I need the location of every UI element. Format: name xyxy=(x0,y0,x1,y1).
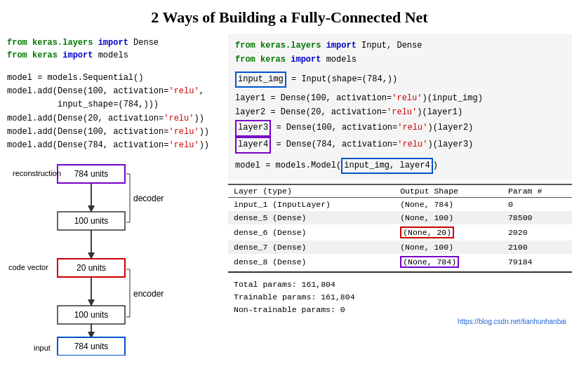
diagram-svg: 784 units 100 units 20 units 100 units xyxy=(7,159,221,356)
layer-name: dense_7 (Dense) xyxy=(228,241,394,254)
layer-name: input_1 (InputLayer) xyxy=(228,198,394,212)
col-shape: Output Shape xyxy=(394,184,503,198)
svg-text:decoder: decoder xyxy=(133,194,164,203)
layer-params: 78500 xyxy=(503,211,572,224)
layer-shape: (None, 784) xyxy=(394,254,503,270)
non-trainable-params: Non-trainable params: 0 xyxy=(234,304,572,316)
table-row: dense_8 (Dense) (None, 784) 79184 xyxy=(228,254,572,270)
svg-text:20 units: 20 units xyxy=(76,263,106,273)
layer3-box: layer3 xyxy=(235,120,271,137)
model-args-box: input_img, layer4 xyxy=(341,158,432,175)
left-code-imports: from keras.layers import Dense from kera… xyxy=(7,34,221,65)
layer-shape: (None, 784) xyxy=(394,198,503,212)
svg-text:reconstruction: reconstruction xyxy=(13,169,61,177)
svg-text:784 units: 784 units xyxy=(74,169,109,179)
svg-text:784 units: 784 units xyxy=(74,342,109,351)
table-row: dense_6 (Dense) (None, 20) 2020 xyxy=(228,224,572,241)
svg-text:encoder: encoder xyxy=(133,289,164,299)
layer-params: 2020 xyxy=(503,224,572,241)
layer-params: 79184 xyxy=(503,254,572,270)
layer-shape: (None, 100) xyxy=(394,211,503,224)
shape-highlight-purple: (None, 784) xyxy=(400,256,459,268)
left-panel: from keras.layers import Dense from kera… xyxy=(7,34,221,356)
svg-text:code vector: code vector xyxy=(8,263,48,271)
svg-text:100 units: 100 units xyxy=(74,310,109,320)
layer-name: dense_8 (Dense) xyxy=(228,254,394,270)
table-row: dense_7 (Dense) (None, 100) 2100 xyxy=(228,241,572,254)
layer-shape: (None, 100) xyxy=(394,241,503,254)
svg-text:input: input xyxy=(34,344,51,352)
layer-shape: (None, 20) xyxy=(394,224,503,241)
shape-highlight-red: (None, 20) xyxy=(400,227,454,238)
right-panel: from keras.layers import Input, Dense fr… xyxy=(228,34,572,356)
nn-diagram: 784 units 100 units 20 units 100 units xyxy=(7,159,221,356)
input-img-box: input_img xyxy=(235,72,286,88)
table-row: dense_5 (Dense) (None, 100) 78500 xyxy=(228,211,572,224)
table-summary-params: Total params: 161,804 Trainable params: … xyxy=(228,276,572,316)
svg-text:100 units: 100 units xyxy=(74,216,109,226)
import-line-2: from keras import models xyxy=(7,49,221,62)
layer4-box: layer4 xyxy=(235,137,271,154)
table-header-row: Layer (type) Output Shape Param # xyxy=(228,184,572,198)
page-title: 2 Ways of Building a Fully-Connected Net xyxy=(0,0,579,34)
left-code-model: model = models.Sequential() model.add(De… xyxy=(7,70,221,154)
right-code-block: from keras.layers import Input, Dense fr… xyxy=(228,34,572,180)
total-params: Total params: 161,804 xyxy=(234,278,572,291)
import-line-1: from keras.layers import Dense xyxy=(7,36,221,49)
watermark: https://blog.csdn.net/tianhunhanbai xyxy=(228,318,572,325)
table-row: input_1 (InputLayer) (None, 784) 0 xyxy=(228,198,572,212)
layer-name: dense_6 (Dense) xyxy=(228,224,394,241)
model-summary-table: Layer (type) Output Shape Param # input_… xyxy=(228,184,572,270)
layer-params: 2100 xyxy=(503,241,572,254)
col-layer: Layer (type) xyxy=(228,184,394,198)
trainable-params: Trainable params: 161,804 xyxy=(234,291,572,304)
layer-params: 0 xyxy=(503,198,572,212)
col-params: Param # xyxy=(503,184,572,198)
layer-name: dense_5 (Dense) xyxy=(228,211,394,224)
